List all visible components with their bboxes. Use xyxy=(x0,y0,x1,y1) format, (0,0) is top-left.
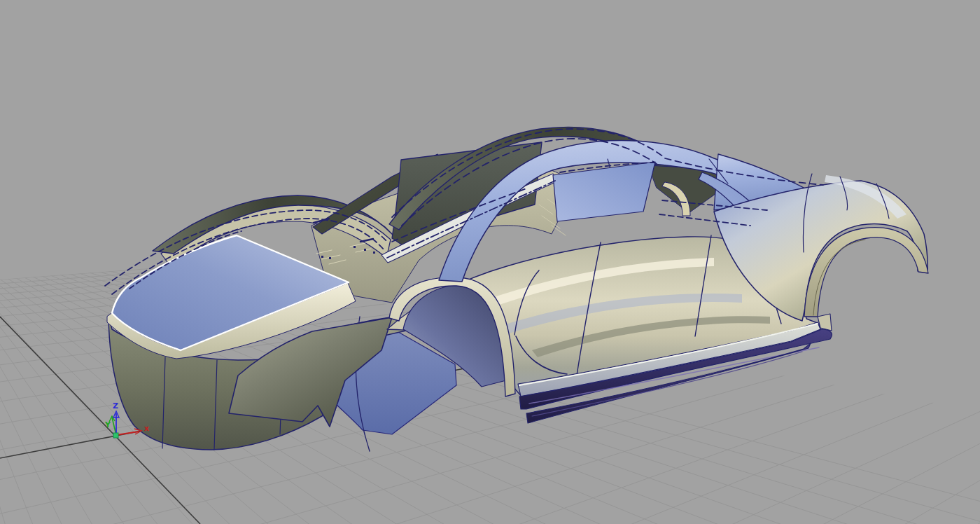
y-axis-label: Y xyxy=(104,420,111,429)
origin-marker xyxy=(113,433,118,438)
viewport-canvas[interactable]: Y Z x xyxy=(0,0,980,524)
z-axis-label: Z xyxy=(113,401,118,411)
cad-viewport[interactable]: Y Z x xyxy=(0,0,980,524)
x-axis-label: x xyxy=(144,424,149,433)
viewport-background xyxy=(0,0,980,524)
